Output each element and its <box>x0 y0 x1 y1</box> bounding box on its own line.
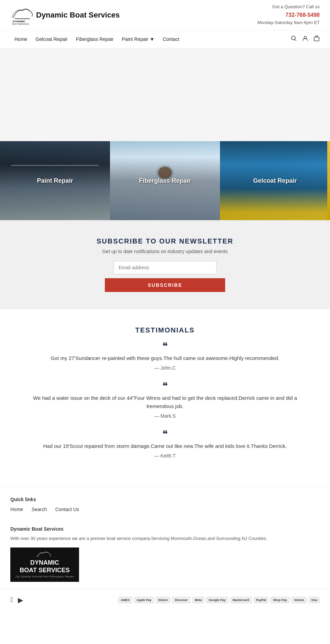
nav-actions <box>291 35 320 43</box>
contact-label: Got a Question? Call us <box>257 3 320 11</box>
service-card-paint[interactable]: Paint Repair <box>0 141 110 220</box>
company-title: Dynamic Boat Services <box>10 526 320 532</box>
footer-quick-links: Quick links Home Search Contact Us <box>0 486 330 519</box>
footer-link-search[interactable]: Search <box>32 507 47 512</box>
nav-contact[interactable]: Contact <box>158 30 183 48</box>
business-hours: Monday-Saturday 9am-6pm ET <box>257 19 320 26</box>
newsletter-title: SUBSCRIBE TO OUR NEWSLETTER <box>10 237 320 245</box>
newsletter-subtitle: Get up to date notifications on industry… <box>10 249 320 254</box>
company-desc: With over 30 years experience we are a p… <box>10 535 320 542</box>
svg-line-3 <box>295 39 297 41</box>
paint-detail <box>11 165 99 166</box>
paint-card-label: Paint Repair <box>0 177 110 184</box>
testimonial-author-3: — Keith.T <box>28 453 302 459</box>
payment-diners: Diners <box>156 597 170 603</box>
dropdown-chevron-icon: ▼ <box>150 36 155 42</box>
hero-section <box>0 48 330 141</box>
search-button[interactable] <box>291 35 297 43</box>
header: DYNAMIC BOAT SERVICES Dynamic Boat Servi… <box>0 0 330 30</box>
payment-methods: AMEX Apple Pay Diners Discover Meta Goog… <box>118 597 320 603</box>
footer-company: Dynamic Boat Services With over 30 years… <box>0 519 330 589</box>
subscribe-button[interactable]: SUBSCRIBE <box>105 278 225 292</box>
svg-point-2 <box>292 36 295 40</box>
testimonials-title: TESTIMONIALS <box>28 326 302 334</box>
payment-paypal: PayPal <box>254 597 269 603</box>
testimonial-text-3: Had our 19'Scout repaired from storm dam… <box>28 442 302 450</box>
logo-area: DYNAMIC BOAT SERVICES Dynamic Boat Servi… <box>10 5 120 25</box>
social-links:  ▶ <box>10 596 23 604</box>
quote-mark-1: ❝ <box>28 341 302 351</box>
payment-discover: Discover <box>172 597 190 603</box>
facebook-icon[interactable]:  <box>10 596 13 604</box>
payment-mastercard: Mastercard <box>230 597 252 603</box>
testimonial-text-2: We had a water issue on the deck of our … <box>28 394 302 410</box>
fiberglass-card-label: Fiberglass Repair <box>110 177 220 184</box>
footer-logo-text: DYNAMICBOAT SERVICES Top Quality Gelcoat… <box>15 559 74 578</box>
nav-home[interactable]: Home <box>10 30 31 48</box>
phone-number[interactable]: 732-768-5498 <box>257 11 320 20</box>
instagram-icon[interactable]: ▶ <box>18 596 23 604</box>
payment-meta: Meta <box>192 597 205 603</box>
footer-link-contact[interactable]: Contact Us <box>55 507 79 512</box>
nav-gelcoat[interactable]: Gelcoat Repair <box>31 30 72 48</box>
search-icon <box>291 35 297 42</box>
payment-googlepay: Google Pay <box>206 597 228 603</box>
nav-fiberglass[interactable]: Fiberglass Repair <box>72 30 118 48</box>
testimonial-2: ❝ We had a water issue on the deck of ou… <box>28 381 302 419</box>
payment-visa: Visa <box>309 597 320 603</box>
email-input[interactable] <box>113 261 217 274</box>
footer-logo: DYNAMICBOAT SERVICES Top Quality Gelcoat… <box>10 547 79 582</box>
payment-amex: AMEX <box>118 597 132 603</box>
footer-bottom:  ▶ AMEX Apple Pay Diners Discover Meta … <box>0 589 330 611</box>
service-card-fiberglass[interactable]: Fiberglass Repair <box>110 141 220 220</box>
payment-venmo: Venmo <box>292 597 307 603</box>
quote-mark-2: ❝ <box>28 381 302 391</box>
newsletter-section: SUBSCRIBE TO OUR NEWSLETTER Get up to da… <box>0 220 330 309</box>
footer-link-home[interactable]: Home <box>10 507 23 512</box>
testimonial-text-1: Got my 27'Sundancer re-painted with thes… <box>28 354 302 362</box>
account-button[interactable] <box>302 35 308 43</box>
quote-mark-3: ❝ <box>28 429 302 439</box>
testimonial-1: ❝ Got my 27'Sundancer re-painted with th… <box>28 341 302 371</box>
testimonial-author-2: — Mark.S <box>28 413 302 419</box>
service-card-gelcoat[interactable]: Gelcoat Repair <box>220 141 330 220</box>
cart-button[interactable] <box>314 35 320 43</box>
testimonial-author-1: — John.C <box>28 365 302 371</box>
quick-links-title: Quick links <box>10 497 320 502</box>
service-cards-section: Paint Repair Fiberglass Repair Gelcoat R… <box>0 141 330 220</box>
gelcoat-card-label: Gelcoat Repair <box>220 177 330 184</box>
logo-icon: DYNAMIC BOAT SERVICES <box>10 5 34 25</box>
cart-icon <box>314 35 320 42</box>
testimonials-section: TESTIMONIALS ❝ Got my 27'Sundancer re-pa… <box>0 309 330 486</box>
payment-shoppay: Shop Pay <box>271 597 289 603</box>
svg-text:BOAT SERVICES: BOAT SERVICES <box>12 23 29 25</box>
contact-info: Got a Question? Call us 732-768-5498 Mon… <box>257 3 320 26</box>
nav-paint[interactable]: Paint Repair ▼ <box>118 30 158 48</box>
footer-link-list: Home Search Contact Us <box>10 506 320 512</box>
user-icon <box>302 35 308 42</box>
testimonial-3: ❝ Had our 19'Scout repaired from storm d… <box>28 429 302 459</box>
site-name: Dynamic Boat Services <box>36 11 120 19</box>
payment-applepay: Apple Pay <box>134 597 154 603</box>
svg-rect-5 <box>314 37 319 41</box>
footer-logo-icon <box>36 551 53 559</box>
main-nav: Home Gelcoat Repair Fiberglass Repair Pa… <box>0 30 330 48</box>
